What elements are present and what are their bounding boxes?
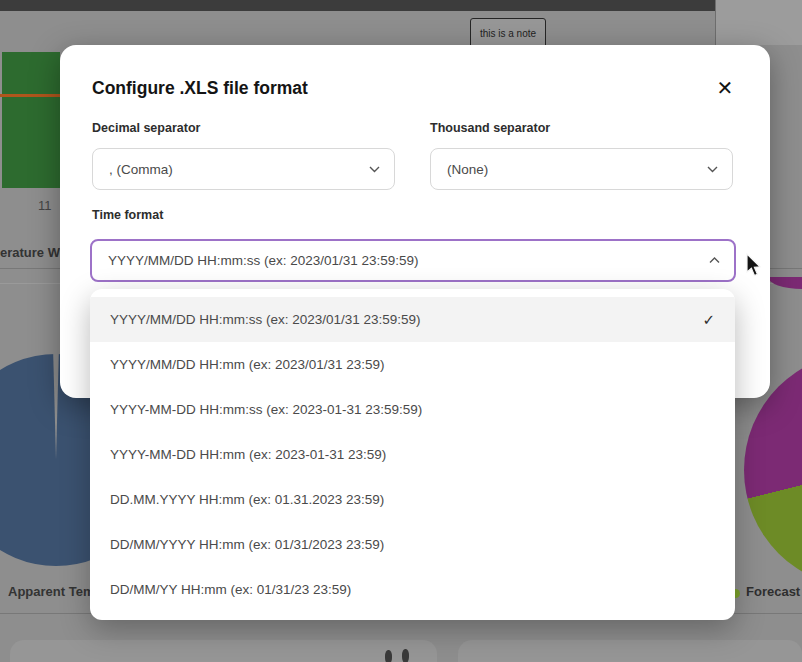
option-label: YYYY/MM/DD HH:mm (ex: 2023/01/31 23:59) [110, 357, 385, 372]
note-text: this is a note [480, 28, 536, 39]
option-label: DD.MM.YYYY HH:mm (ex: 01.31.2023 23:59) [110, 492, 384, 507]
time-format-label: Time format [92, 208, 163, 222]
option-label: YYYY-MM-DD HH:mm (ex: 2023-01-31 23:59) [110, 447, 386, 462]
note-annotation: this is a note [470, 18, 546, 48]
time-format-option[interactable]: DD/MM/YYYY HH:mm (ex: 01/31/2023 23:59) [90, 522, 735, 567]
option-label: YYYY-MM-DD HH:mm:ss (ex: 2023-01-31 23:5… [110, 402, 422, 417]
bottom-card-right [458, 640, 802, 662]
close-button[interactable]: ✕ [710, 73, 740, 103]
time-format-option[interactable]: YYYY/MM/DD HH:mm:ss (ex: 2023/01/31 23:5… [90, 297, 735, 342]
check-icon: ✓ [702, 311, 715, 329]
bottom-card-left [10, 640, 437, 662]
decimal-separator-label: Decimal separator [92, 121, 200, 135]
decimal-separator-select[interactable]: , (Comma) [92, 148, 395, 190]
clipped-glyph [402, 649, 409, 662]
chevron-down-icon [707, 166, 718, 173]
panel-divider-vertical [715, 0, 716, 48]
thousand-separator-select[interactable]: (None) [430, 148, 733, 190]
chevron-up-icon [709, 257, 720, 264]
bar-chart-green-bar [2, 52, 60, 188]
mouse-cursor [746, 253, 764, 283]
chart-title-forecast: Forecast A [746, 584, 802, 599]
time-format-option[interactable]: YYYY/MM/DD HH:mm (ex: 2023/01/31 23:59) [90, 342, 735, 387]
threshold-line [0, 94, 62, 97]
top-bar [0, 0, 716, 11]
thousand-separator-label: Thousand separator [430, 121, 550, 135]
time-format-option[interactable]: DD.MM.YYYY HH:mm (ex: 01.31.2023 23:59) [90, 477, 735, 522]
thousand-separator-value: (None) [447, 162, 488, 177]
option-label: YYYY/MM/DD HH:mm:ss (ex: 2023/01/31 23:5… [110, 312, 421, 327]
time-format-value: YYYY/MM/DD HH:mm:ss (ex: 2023/01/31 23:5… [108, 253, 419, 268]
clipped-glyph [385, 650, 392, 662]
time-format-dropdown: YYYY/MM/DD HH:mm:ss (ex: 2023/01/31 23:5… [90, 289, 735, 620]
pie-fragment-purple [768, 277, 802, 289]
chart-title-temperature: erature We [0, 245, 60, 260]
time-format-select[interactable]: YYYY/MM/DD HH:mm:ss (ex: 2023/01/31 23:5… [90, 239, 736, 282]
modal-title: Configure .XLS file format [92, 78, 308, 99]
decimal-separator-value: , (Comma) [109, 162, 173, 177]
option-label: DD/MM/YYYY HH:mm (ex: 01/31/2023 23:59) [110, 537, 384, 552]
axis-tick-label: 11 [38, 198, 52, 213]
chart-title-apparent-temperature: Apparent Tempe [8, 584, 92, 599]
screen: this is a note 11 erature We Apparent Te… [0, 0, 802, 662]
top-bar-right-panel [716, 0, 802, 45]
time-format-option[interactable]: YYYY-MM-DD HH:mm (ex: 2023-01-31 23:59) [90, 432, 735, 477]
close-icon: ✕ [717, 76, 734, 100]
option-label: DD/MM/YY HH:mm (ex: 01/31/23 23:59) [110, 582, 351, 597]
chevron-down-icon [369, 166, 380, 173]
time-format-option[interactable]: DD/MM/YY HH:mm (ex: 01/31/23 23:59) [90, 567, 735, 612]
time-format-option[interactable]: YYYY-MM-DD HH:mm:ss (ex: 2023-01-31 23:5… [90, 387, 735, 432]
